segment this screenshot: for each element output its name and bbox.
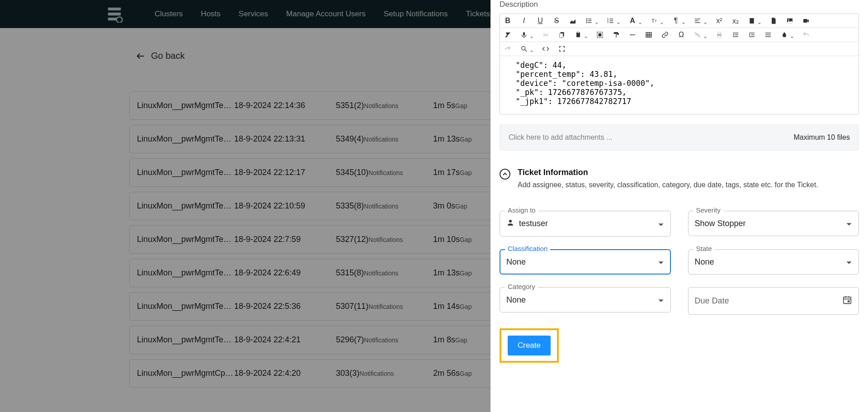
- strikethrough-icon[interactable]: S: [552, 17, 561, 25]
- severity-value: Show Stopper: [695, 219, 746, 228]
- image-icon[interactable]: [786, 17, 794, 25]
- omega-icon[interactable]: Ω: [677, 31, 685, 39]
- svg-rect-22: [803, 19, 807, 23]
- horizontal-rule-icon[interactable]: [628, 31, 637, 39]
- svg-rect-42: [733, 33, 738, 33]
- outdent-icon[interactable]: [731, 31, 740, 39]
- svg-rect-9: [588, 22, 591, 23]
- unordered-list-icon[interactable]: [585, 17, 593, 25]
- fullscreen-icon[interactable]: [558, 45, 566, 53]
- subscript-icon[interactable]: x₂: [731, 17, 740, 25]
- svg-point-53: [509, 220, 512, 223]
- svg-rect-33: [646, 33, 651, 38]
- state-field[interactable]: State None: [688, 249, 859, 275]
- chevron-down-icon[interactable]: [595, 19, 599, 23]
- attachments-limit: Maximum 10 files: [794, 133, 850, 142]
- redo-icon[interactable]: [504, 45, 512, 53]
- chevron-down-icon: [658, 259, 664, 265]
- svg-line-52: [525, 50, 527, 52]
- calendar-icon: [842, 295, 852, 307]
- chevron-down-icon[interactable]: [790, 33, 794, 37]
- chevron-down-icon[interactable]: [703, 33, 707, 37]
- italic-icon[interactable]: I: [520, 17, 528, 25]
- attachments-placeholder: Click here to add attachments ...: [509, 133, 612, 142]
- editor-toolbar-row-2: ✂ Ω: [500, 28, 859, 42]
- indent-icon[interactable]: [748, 31, 756, 39]
- unlink-icon[interactable]: [693, 31, 702, 39]
- undo-icon[interactable]: [802, 31, 810, 39]
- state-label: State: [693, 245, 715, 252]
- classification-field[interactable]: Classification None: [500, 249, 671, 275]
- microphone-icon[interactable]: [520, 31, 528, 39]
- svg-rect-45: [749, 33, 755, 33]
- link-icon[interactable]: [661, 31, 669, 39]
- ordered-list-icon[interactable]: 123: [607, 17, 615, 25]
- svg-rect-32: [630, 34, 635, 35]
- font-color-icon[interactable]: A: [628, 17, 637, 25]
- svg-rect-5: [588, 19, 591, 19]
- chevron-down-icon[interactable]: [530, 33, 533, 37]
- editor-toolbar-row-1: B I U S 123 A TT ¶ x² x₂: [500, 14, 859, 28]
- due-date-field[interactable]: Due Date: [688, 287, 859, 315]
- svg-rect-54: [844, 297, 851, 304]
- underline-icon[interactable]: U: [536, 17, 544, 25]
- print-icon[interactable]: [715, 31, 723, 39]
- svg-rect-31: [614, 32, 618, 34]
- editor-textarea[interactable]: "degC": 44, "percent_temp": 43.81, "devi…: [500, 56, 859, 114]
- svg-rect-47: [749, 36, 755, 37]
- document-icon[interactable]: [748, 17, 756, 25]
- superscript-icon[interactable]: x²: [715, 17, 723, 25]
- svg-rect-58: [848, 300, 850, 303]
- svg-point-8: [586, 22, 587, 24]
- file-icon[interactable]: [769, 17, 778, 25]
- assign-to-field[interactable]: Assign to testuser: [500, 211, 671, 237]
- classification-label: Classification: [505, 245, 550, 252]
- clear-format-icon[interactable]: [504, 31, 512, 39]
- attachments-drop[interactable]: Click here to add attachments ... Maximu…: [500, 124, 859, 151]
- chevron-down-icon[interactable]: [660, 19, 664, 23]
- chevron-down-icon[interactable]: [638, 19, 642, 23]
- code-view-icon[interactable]: [542, 45, 550, 53]
- align-icon[interactable]: [693, 17, 702, 25]
- select-all-icon[interactable]: [596, 31, 604, 39]
- create-button[interactable]: Create: [508, 336, 551, 355]
- svg-rect-44: [733, 36, 738, 37]
- copy-icon[interactable]: [558, 31, 566, 39]
- chevron-up-circle-icon[interactable]: [500, 169, 510, 180]
- cut-icon[interactable]: ✂: [542, 31, 550, 39]
- format-paint-icon[interactable]: [612, 31, 620, 39]
- svg-text:3: 3: [607, 21, 609, 24]
- search-icon[interactable]: [520, 45, 528, 53]
- chevron-down-icon[interactable]: [617, 19, 620, 23]
- due-date-placeholder: Due Date: [695, 296, 729, 306]
- category-field[interactable]: Category None: [500, 287, 671, 315]
- svg-rect-24: [523, 32, 525, 36]
- svg-point-21: [788, 19, 789, 21]
- svg-rect-15: [609, 22, 613, 23]
- state-value: None: [695, 257, 714, 267]
- justify-icon[interactable]: [764, 31, 772, 39]
- font-size-icon[interactable]: TT: [650, 17, 658, 25]
- user-icon: [506, 218, 514, 229]
- chevron-down-icon[interactable]: [530, 47, 533, 51]
- bold-icon[interactable]: B: [504, 17, 512, 25]
- chevron-down-icon[interactable]: [682, 19, 685, 23]
- ticket-form-grid: Assign to testuser Severity Show Stopper…: [500, 211, 859, 315]
- highlight-icon[interactable]: [569, 17, 577, 25]
- chevron-down-icon[interactable]: [758, 19, 761, 23]
- table-icon[interactable]: [645, 31, 653, 39]
- video-icon[interactable]: [802, 17, 810, 25]
- chevron-down-icon[interactable]: [584, 33, 588, 37]
- severity-field[interactable]: Severity Show Stopper: [688, 211, 859, 237]
- rich-text-editor: B I U S 123 A TT ¶ x² x₂ ✂: [500, 14, 859, 114]
- chevron-down-icon: [658, 221, 664, 227]
- paragraph-icon[interactable]: ¶: [672, 17, 680, 25]
- classification-value: None: [506, 257, 526, 267]
- chevron-down-icon[interactable]: [703, 19, 707, 23]
- paste-icon[interactable]: [574, 31, 582, 39]
- assign-to-label: Assign to: [505, 206, 538, 214]
- svg-rect-46: [751, 34, 755, 35]
- svg-rect-48: [765, 33, 771, 33]
- category-label: Category: [505, 283, 538, 290]
- ink-drop-icon[interactable]: [780, 31, 788, 39]
